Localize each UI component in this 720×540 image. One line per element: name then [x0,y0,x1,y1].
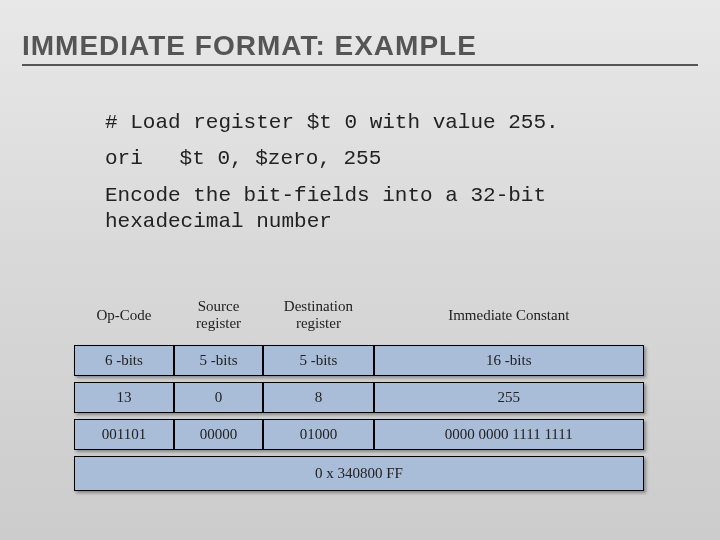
binary-immediate: 0000 0000 1111 1111 [374,419,644,450]
binary-row: 001101 00000 01000 0000 0000 1111 1111 [74,419,644,450]
header-immediate-constant: Immediate Constant [374,296,644,339]
width-destination: 5 -bits [263,345,373,376]
slide-title: IMMEDIATE FORMAT: EXAMPLE [22,30,698,66]
hex-value: 0 x 340800 FF [74,456,644,491]
instruction-operands: $t 0, $zero, 255 [180,147,382,170]
width-opcode: 6 -bits [74,345,174,376]
table-header-row: Op-Code Source register Destination regi… [74,296,644,339]
header-opcode: Op-Code [74,296,174,339]
header-source-register: Source register [174,296,263,339]
width-immediate: 16 -bits [374,345,644,376]
header-destination-register: Destination register [263,296,373,339]
width-source: 5 -bits [174,345,263,376]
slide-body: # Load register $t 0 with value 255. ori… [105,110,660,245]
binary-source: 00000 [174,419,263,450]
decimal-opcode: 13 [74,382,174,413]
hex-row: 0 x 340800 FF [74,456,644,491]
encode-prompt: Encode the bit-fields into a 32-bit hexa… [105,183,660,236]
decimal-immediate: 255 [374,382,644,413]
decimal-destination: 8 [263,382,373,413]
encoding-table: Op-Code Source register Destination regi… [74,290,644,497]
binary-destination: 01000 [263,419,373,450]
widths-row: 6 -bits 5 -bits 5 -bits 16 -bits [74,345,644,376]
binary-opcode: 001101 [74,419,174,450]
decimal-source: 0 [174,382,263,413]
instruction-mnemonic: ori [105,146,167,172]
code-instruction: ori $t 0, $zero, 255 [105,146,660,172]
code-comment: # Load register $t 0 with value 255. [105,110,660,136]
decimal-row: 13 0 8 255 [74,382,644,413]
